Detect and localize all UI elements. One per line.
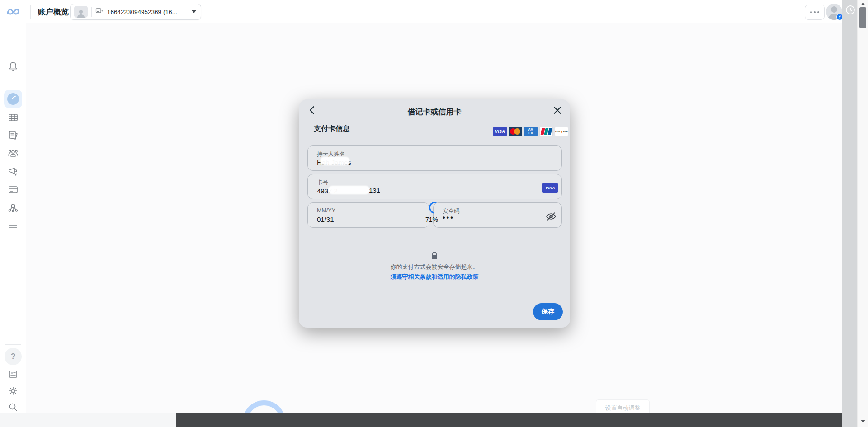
card-number-label: 卡号 — [317, 179, 328, 187]
sidebar-item-updates[interactable] — [8, 369, 19, 380]
account-id-label: 1664223094952369 (16... — [107, 9, 188, 15]
sidebar-item-settings[interactable] — [8, 385, 19, 396]
visa-logo: VISA — [493, 127, 507, 136]
scrollbar-thumb[interactable] — [859, 7, 866, 28]
topbar: 账户概览 1664223094952369 (16... f — [0, 0, 868, 23]
sidebar-item-ads[interactable] — [8, 166, 19, 177]
search-icon[interactable] — [8, 402, 19, 413]
visa-badge: VISA — [542, 183, 558, 193]
ad-account-icon — [95, 7, 104, 17]
discover-dot-icon — [561, 131, 562, 133]
sidebar-item-all-tools[interactable] — [8, 222, 19, 233]
expiry-field[interactable]: MM/YY 01/31 — [307, 202, 429, 228]
discover-text: VER — [563, 130, 568, 133]
overlay-strip — [842, 0, 857, 427]
unionpay-logo — [539, 127, 553, 136]
bottom-strip-dark — [176, 413, 842, 427]
sidebar-nav: ? — [0, 23, 26, 413]
bottom-strip-light — [0, 413, 176, 427]
card-info-title: 支付卡信息 — [314, 124, 350, 134]
sidebar-item-audiences[interactable] — [8, 148, 19, 159]
amex-logo: AM EX — [524, 127, 538, 136]
lock-icon — [431, 251, 438, 262]
card-brand-logos: VISA AM EX DISC VER — [493, 127, 568, 136]
secure-storage-note: 你的支付方式会被安全存储起来。 — [299, 263, 570, 271]
clock-icon — [844, 4, 856, 18]
help-icon: ? — [11, 352, 16, 361]
security-code-field[interactable]: 安全码 ••• — [433, 202, 562, 228]
amex-text: AM — [524, 128, 538, 131]
modal-close-icon[interactable] — [552, 105, 563, 116]
terms-privacy-link[interactable]: 须遵守相关条款和适用的隐私政策 — [299, 273, 570, 281]
scroll-up-arrow-icon[interactable] — [861, 2, 865, 5]
discover-text: DISC — [555, 130, 561, 133]
scroll-down-arrow-icon[interactable] — [861, 420, 865, 423]
divider — [5, 344, 21, 345]
divider — [30, 5, 31, 19]
sidebar-item-notifications[interactable] — [8, 61, 19, 71]
sidebar-item-billing[interactable] — [8, 184, 19, 195]
amex-text: EX — [524, 131, 538, 135]
page-title: 账户概览 — [38, 7, 69, 17]
sidebar-item-campaigns[interactable] — [8, 112, 19, 123]
overview-gauge-icon — [7, 93, 19, 105]
expiry-value: 01/31 — [317, 216, 334, 223]
discover-logo: DISC VER — [555, 127, 568, 136]
more-options-button[interactable] — [805, 5, 825, 20]
save-button[interactable]: 保存 — [533, 303, 563, 320]
sidebar-item-pages[interactable] — [8, 130, 19, 141]
meta-logo-icon[interactable] — [6, 5, 20, 18]
progress-percent: 71% — [425, 216, 448, 223]
card-number-suffix: 131 — [369, 187, 380, 194]
expiry-label: MM/YY — [317, 207, 335, 214]
caret-down-icon — [192, 10, 196, 13]
scrollbar[interactable] — [857, 0, 868, 427]
redaction-blur — [328, 186, 370, 194]
person-icon — [74, 6, 88, 18]
sidebar-item-business-assets[interactable] — [8, 202, 19, 213]
divider — [91, 7, 92, 17]
eye-off-icon[interactable] — [545, 211, 557, 222]
mastercard-logo — [509, 127, 522, 136]
help-button[interactable]: ? — [5, 348, 22, 365]
redaction-blur — [320, 157, 350, 165]
modal-title: 借记卡或信用卡 — [299, 107, 570, 117]
account-selector[interactable]: 1664223094952369 (16... — [70, 4, 201, 20]
